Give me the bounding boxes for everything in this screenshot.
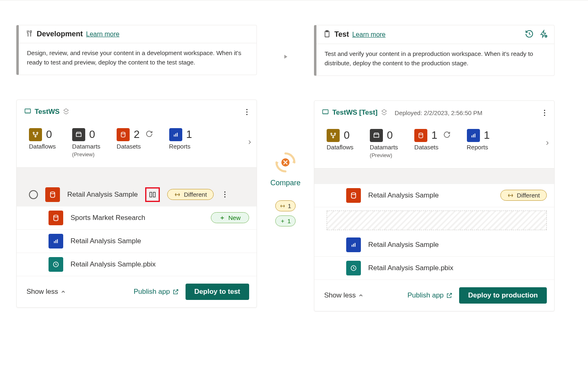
dev-counters: 0 Dataflows 0 Datamarts (Preview) 2 (17, 118, 256, 168)
pbix-icon (346, 261, 361, 275)
dev-learn-more-link[interactable]: Learn more (86, 31, 119, 38)
history-icon[interactable] (525, 29, 534, 40)
svg-rect-27 (474, 133, 475, 137)
list-item[interactable]: Sports Market Research New (17, 206, 256, 230)
status-badge-different: Different (167, 189, 214, 200)
deploy-to-test-button[interactable]: Deploy to test (186, 284, 249, 300)
svg-point-4 (121, 132, 125, 134)
workspace-icon (24, 108, 31, 116)
svg-rect-14 (57, 239, 58, 243)
svg-point-23 (333, 137, 334, 138)
svg-point-8 (51, 192, 55, 194)
show-less-toggle[interactable]: Show less (324, 291, 364, 300)
diff-count-badge[interactable]: 1 (275, 200, 296, 211)
tools-icon (25, 29, 33, 39)
dev-workspace-panel: TestWS 0 Dataflows 0 (16, 100, 257, 308)
test-workspace-name[interactable]: TestWS [Test] (332, 109, 378, 117)
svg-point-21 (331, 133, 332, 134)
compare-changes-button[interactable] (145, 187, 160, 202)
list-item[interactable]: Retail Analysis Sample.pbix (17, 253, 256, 276)
test-workspace-panel: TestWS [Test] Deployed: 2/2/2023, 2:56:5… (314, 100, 555, 311)
item-label: Retail Analysis Sample.pbix (71, 260, 156, 268)
dev-stage-title: Development (37, 30, 83, 38)
test-column: Test Learn more Test and verify your con… (314, 25, 555, 311)
item-label: Retail Analysis Sample (368, 191, 439, 200)
stage-arrow-icon (282, 53, 289, 61)
svg-rect-26 (473, 134, 474, 137)
svg-point-1 (33, 132, 34, 133)
scroll-right-icon[interactable] (247, 138, 252, 148)
dataset-icon (49, 211, 63, 225)
new-count-badge[interactable]: 1 (275, 215, 296, 226)
report-icon (49, 234, 63, 249)
svg-rect-10 (153, 192, 155, 197)
svg-point-24 (419, 133, 422, 135)
dev-column: Development Learn more Design, review, a… (16, 25, 257, 311)
pbix-icon (49, 257, 63, 272)
svg-rect-6 (175, 133, 176, 136)
status-badge-new: New (211, 212, 249, 223)
svg-point-22 (334, 133, 336, 134)
dataset-icon (346, 188, 361, 203)
counter-datasets[interactable]: 1 Datasets (414, 129, 450, 151)
workspace-icon (322, 109, 329, 117)
svg-rect-0 (25, 109, 31, 113)
test-stage-description: Test and verify your content in a prepro… (316, 44, 554, 75)
test-learn-more-link[interactable]: Learn more (352, 31, 386, 38)
counter-dataflows[interactable]: 0 Dataflows (29, 128, 56, 150)
publish-app-link[interactable]: Publish app (407, 291, 453, 300)
dev-stage-card: Development Learn more Design, review, a… (16, 25, 257, 75)
scroll-right-icon[interactable] (544, 138, 550, 149)
compare-label[interactable]: Compare (270, 179, 301, 187)
counter-reports[interactable]: 1 Reports (467, 129, 490, 151)
test-more-menu[interactable] (542, 108, 547, 118)
report-icon (346, 237, 361, 252)
status-badge-different: Different (500, 190, 547, 201)
list-item[interactable]: Retail Analysis Sample (314, 233, 554, 257)
svg-point-28 (351, 193, 356, 195)
deploy-to-production-button[interactable]: Deploy to production (459, 287, 547, 304)
list-item[interactable]: Retail Analysis Sample (17, 230, 256, 253)
svg-rect-30 (353, 244, 354, 246)
svg-rect-13 (55, 240, 56, 243)
item-label: Retail Analysis Sample (67, 191, 138, 199)
test-counters: 0 Dataflows 0 Datamarts (Preview) 1 (314, 119, 554, 169)
list-item[interactable]: Retail Analysis Sample.pbix (314, 257, 554, 280)
svg-rect-20 (323, 110, 328, 114)
svg-rect-7 (177, 133, 177, 136)
dev-footer: Show less Publish app Deploy to test (17, 276, 256, 307)
item-label: Retail Analysis Sample.pbix (368, 264, 453, 272)
dev-more-menu[interactable] (245, 107, 249, 117)
compare-icon[interactable] (273, 150, 298, 175)
premium-icon (381, 109, 387, 117)
counter-datamarts[interactable]: 0 Datamarts (Preview) (72, 128, 100, 158)
svg-point-3 (35, 136, 36, 137)
list-item[interactable]: Retail Analysis Sample Different (17, 183, 256, 206)
middle-column: Compare 1 1 (257, 25, 314, 311)
counter-datamarts[interactable]: 0 Datamarts (Preview) (370, 129, 398, 158)
pipeline-canvas: Development Learn more Design, review, a… (0, 0, 588, 328)
deployed-timestamp: Deployed: 2/2/2023, 2:56:50 PM (395, 109, 482, 116)
counter-dataflows[interactable]: 0 Dataflows (327, 129, 354, 151)
placeholder-row (327, 211, 547, 230)
counter-reports[interactable]: 1 Reports (169, 128, 192, 150)
refresh-icon[interactable] (146, 130, 153, 139)
item-more-menu[interactable] (223, 190, 227, 199)
list-item[interactable]: Retail Analysis Sample Different (314, 184, 554, 207)
select-radio[interactable] (29, 190, 38, 199)
rules-icon[interactable] (539, 29, 548, 40)
dev-workspace-name[interactable]: TestWS (35, 108, 60, 116)
publish-app-link[interactable]: Publish app (134, 288, 179, 296)
counter-datasets[interactable]: 2 Datasets (117, 128, 153, 150)
svg-point-2 (37, 132, 38, 133)
show-less-toggle[interactable]: Show less (27, 288, 66, 296)
refresh-icon[interactable] (443, 131, 451, 140)
svg-rect-29 (351, 245, 352, 247)
svg-rect-31 (355, 243, 356, 246)
dev-stage-description: Design, review, and revise your content … (19, 43, 256, 75)
item-label: Retail Analysis Sample (71, 237, 141, 245)
clipboard-icon (323, 30, 331, 39)
item-label: Sports Market Research (71, 214, 145, 222)
svg-rect-25 (471, 135, 472, 138)
item-label: Retail Analysis Sample (368, 241, 439, 249)
